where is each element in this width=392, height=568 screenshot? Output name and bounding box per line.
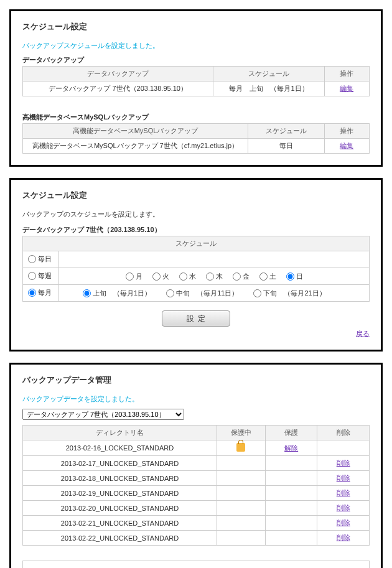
cell-delete-action: 削除 bbox=[317, 531, 370, 546]
cell-lock-action bbox=[265, 531, 317, 546]
cell-lock-status bbox=[217, 486, 265, 501]
cell-directory: 2013-02-16_LOCKED_STANDARD bbox=[23, 440, 217, 456]
col-schedule: スケジュール bbox=[23, 236, 370, 251]
schedule-settings-panel-1: スケジュール設定 バックアップスケジュールを設定しました。 データバックアップ … bbox=[9, 9, 383, 167]
radio-weekly[interactable] bbox=[28, 272, 36, 280]
delete-link[interactable]: 削除 bbox=[337, 519, 350, 526]
radio-monthly[interactable] bbox=[28, 289, 36, 297]
weekday-options: 月 火 水 木 金 土 日 bbox=[64, 272, 364, 281]
table-row: 高機能データベースMySQLバックアップ 7世代（cf.my21.etius.j… bbox=[23, 139, 370, 154]
cell-lock-status bbox=[217, 456, 265, 471]
cell-lock-status bbox=[217, 516, 265, 531]
weekday-sun[interactable]: 日 bbox=[286, 272, 303, 281]
table-row: 2013-02-19_UNLOCKED_STANDARD削除 bbox=[23, 486, 370, 501]
table-row: 2013-02-20_UNLOCKED_STANDARD削除 bbox=[23, 501, 370, 516]
cell-schedule: 毎日 bbox=[248, 139, 325, 154]
table-row: 2013-02-18_UNLOCKED_STANDARD削除 bbox=[23, 471, 370, 486]
weekday-thu[interactable]: 木 bbox=[206, 272, 223, 281]
cell-schedule: 毎月 上旬 （毎月1日） bbox=[213, 81, 324, 96]
section-heading-mysql-backup: 高機能データベースMySQLバックアップ bbox=[22, 113, 370, 122]
cell-directory: 2013-02-19_UNLOCKED_STANDARD bbox=[23, 486, 217, 501]
cell-name: 高機能データベースMySQLバックアップ 7世代（cf.my21.etius.j… bbox=[23, 139, 248, 154]
col-name: データバックアップ bbox=[23, 67, 213, 81]
cell-lock-action bbox=[265, 471, 317, 486]
edit-link[interactable]: 編集 bbox=[340, 142, 353, 149]
col-lock: 保護 bbox=[265, 426, 317, 440]
unlock-link[interactable]: 解除 bbox=[284, 444, 298, 452]
label-weekly: 毎週 bbox=[38, 271, 52, 281]
col-operation: 操作 bbox=[324, 67, 369, 81]
schedule-settings-panel-2: スケジュール設定 バックアップのスケジュールを設定します。 データバックアップ … bbox=[9, 178, 383, 352]
backup-data-management-panel: バックアップデータ管理 バックアップデータを設定しました。 データバックアップ … bbox=[9, 363, 383, 568]
month-chuujun[interactable]: 中旬 （毎月11日） bbox=[166, 289, 238, 298]
cell-lock-action bbox=[265, 456, 317, 471]
cell-lock-action: 解除 bbox=[265, 440, 317, 456]
cell-lock-status bbox=[217, 471, 265, 486]
cell-directory: 2013-02-20_UNLOCKED_STANDARD bbox=[23, 501, 217, 516]
month-part-options: 上旬 （毎月1日） 中旬 （毎月11日） 下旬 （毎月21日） bbox=[64, 289, 364, 298]
panel-title: バックアップデータ管理 bbox=[22, 375, 370, 386]
table-row: 2013-02-16_LOCKED_STANDARD解除 bbox=[23, 440, 370, 456]
table-row: 2013-02-21_UNLOCKED_STANDARD削除 bbox=[23, 516, 370, 531]
col-directory: ディレクトリ名 bbox=[23, 426, 217, 440]
panel-title: スケジュール設定 bbox=[22, 21, 370, 32]
cell-directory: 2013-02-18_UNLOCKED_STANDARD bbox=[23, 471, 217, 486]
submit-button[interactable]: 設定 bbox=[162, 310, 230, 327]
data-backup-table: データバックアップ スケジュール 操作 データバックアップ 7世代（203.13… bbox=[22, 66, 370, 96]
backup-target-select[interactable]: データバックアップ 7世代（203.138.95.10） bbox=[22, 409, 184, 420]
col-delete: 削除 bbox=[317, 426, 370, 440]
table-row: 2013-02-22_UNLOCKED_STANDARD削除 bbox=[23, 531, 370, 546]
freq-weekly-option[interactable]: 毎週 bbox=[28, 271, 52, 281]
cell-delete-action: 削除 bbox=[317, 471, 370, 486]
cell-lock-status bbox=[217, 501, 265, 516]
weekday-mon[interactable]: 月 bbox=[126, 272, 142, 281]
cell-delete-action bbox=[317, 440, 370, 456]
row-monthly: 毎月 上旬 （毎月1日） 中旬 （毎月11日） 下旬 （毎月21日） bbox=[23, 285, 370, 302]
delete-link[interactable]: 削除 bbox=[337, 459, 350, 467]
edit-link[interactable]: 編集 bbox=[340, 85, 353, 92]
radio-daily[interactable] bbox=[28, 255, 36, 263]
label-daily: 毎日 bbox=[38, 254, 52, 264]
cell-lock-action bbox=[265, 516, 317, 531]
delete-link[interactable]: 削除 bbox=[337, 534, 350, 541]
section-heading-data-backup: データバックアップ bbox=[22, 55, 370, 65]
cell-lock-status bbox=[217, 440, 265, 456]
col-locking: 保護中 bbox=[217, 426, 265, 440]
cell-lock-action bbox=[265, 486, 317, 501]
month-gejun[interactable]: 下旬 （毎月21日） bbox=[253, 289, 325, 298]
month-joujun[interactable]: 上旬 （毎月1日） bbox=[83, 289, 151, 298]
delete-link[interactable]: 削除 bbox=[337, 474, 350, 482]
weekday-wed[interactable]: 水 bbox=[179, 272, 196, 281]
cell-directory: 2013-02-22_UNLOCKED_STANDARD bbox=[23, 531, 217, 546]
mysql-backup-table: 高機能データベースMySQLバックアップ スケジュール 操作 高機能データベース… bbox=[22, 123, 370, 154]
cell-delete-action: 削除 bbox=[317, 456, 370, 471]
label-monthly: 毎月 bbox=[38, 288, 52, 297]
cell-delete-action: 削除 bbox=[317, 516, 370, 531]
flash-message: バックアップデータを設定しました。 bbox=[22, 394, 370, 404]
delete-link[interactable]: 削除 bbox=[337, 504, 350, 511]
weekday-sat[interactable]: 土 bbox=[259, 272, 276, 281]
col-operation: 操作 bbox=[324, 124, 369, 139]
legend-box: ディレクトリ名 YYYY-MM-DD-[LOCK]_[TYPE] YYYYバック… bbox=[22, 561, 370, 568]
delete-link[interactable]: 削除 bbox=[337, 489, 350, 496]
flash-message: バックアップスケジュールを設定しました。 bbox=[22, 41, 370, 50]
backup-target-heading: データバックアップ 7世代（203.138.95.10） bbox=[22, 225, 370, 235]
back-link[interactable]: 戻る bbox=[356, 330, 370, 337]
weekday-tue[interactable]: 火 bbox=[152, 272, 169, 281]
table-row: 2013-02-17_UNLOCKED_STANDARD削除 bbox=[23, 456, 370, 471]
freq-daily-option[interactable]: 毎日 bbox=[28, 254, 52, 264]
row-weekly: 毎週 月 火 水 木 金 土 日 bbox=[23, 268, 370, 285]
weekday-fri[interactable]: 金 bbox=[233, 272, 250, 281]
cell-delete-action: 削除 bbox=[317, 486, 370, 501]
cell-directory: 2013-02-21_UNLOCKED_STANDARD bbox=[23, 516, 217, 531]
cell-lock-status bbox=[217, 531, 265, 546]
cell-lock-action bbox=[265, 501, 317, 516]
freq-monthly-option[interactable]: 毎月 bbox=[28, 288, 52, 297]
col-schedule: スケジュール bbox=[213, 67, 324, 81]
cell-directory: 2013-02-17_UNLOCKED_STANDARD bbox=[23, 456, 217, 471]
directory-table: ディレクトリ名 保護中 保護 削除 2013-02-16_LOCKED_STAN… bbox=[22, 425, 370, 546]
panel-description: バックアップのスケジュールを設定します。 bbox=[22, 210, 370, 219]
col-name: 高機能データベースMySQLバックアップ bbox=[23, 124, 248, 139]
col-schedule: スケジュール bbox=[248, 124, 325, 139]
panel-title: スケジュール設定 bbox=[22, 190, 370, 201]
